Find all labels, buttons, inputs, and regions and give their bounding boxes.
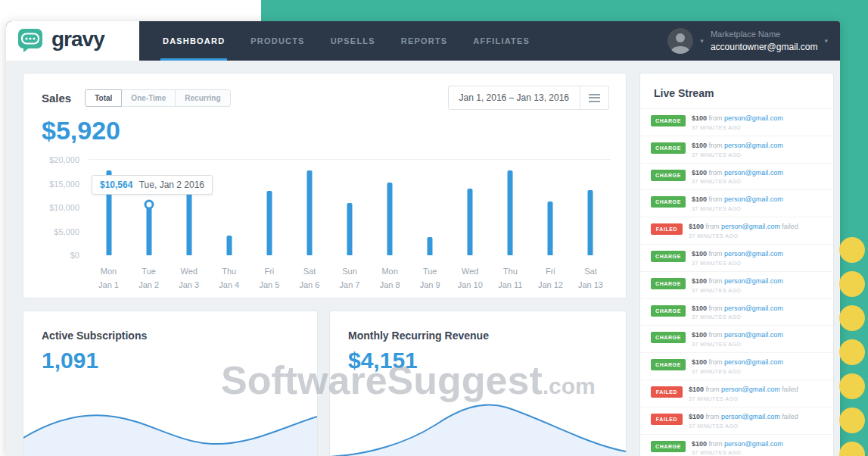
bar-column[interactable] bbox=[530, 160, 571, 255]
timestamp: 37 MINUTES AGO bbox=[689, 423, 798, 429]
bar-column[interactable] bbox=[169, 160, 209, 255]
status-badge: CHARGE bbox=[651, 359, 686, 370]
live-stream-item-body: $100 from person@gmail.com37 MINUTES AGO bbox=[692, 114, 783, 130]
connector-text: from bbox=[707, 358, 724, 366]
bar-column[interactable] bbox=[571, 160, 611, 255]
nav-products[interactable]: PRODUCTS bbox=[238, 21, 317, 61]
chart-menu-button[interactable] bbox=[580, 86, 609, 110]
gravy-logo-icon bbox=[18, 29, 45, 53]
x-axis-label: WedJan 3 bbox=[169, 265, 209, 292]
live-stream-item[interactable]: CHARGE$100 from person@gmail.com37 MINUT… bbox=[640, 271, 833, 298]
y-axis-label: $5,000 bbox=[54, 227, 79, 236]
live-stream-item-body: $100 from person@gmail.com37 MINUTES AGO bbox=[692, 195, 783, 211]
live-stream-item[interactable]: CHARGE$100 from person@gmail.com37 MINUT… bbox=[640, 163, 833, 190]
filter-total-button[interactable]: Total bbox=[85, 89, 122, 107]
bar[interactable] bbox=[387, 183, 393, 255]
live-stream-item[interactable]: CHARGE$100 from person@gmail.com37 MINUT… bbox=[640, 189, 833, 217]
email-link[interactable]: person@gmail.com bbox=[721, 386, 780, 393]
live-stream-item[interactable]: FAILED$100 from person@gmail.com failed3… bbox=[640, 217, 833, 244]
bar-column[interactable] bbox=[370, 160, 410, 255]
bar[interactable] bbox=[588, 190, 593, 255]
status-badge: CHARGE bbox=[651, 305, 686, 317]
bar[interactable] bbox=[548, 201, 553, 255]
live-stream-item[interactable]: FAILED$100 from person@gmail.com failed3… bbox=[640, 379, 833, 407]
timestamp: 37 MINUTES AGO bbox=[692, 152, 783, 158]
email-link[interactable]: person@gmail.com bbox=[721, 413, 780, 420]
bar-column[interactable] bbox=[249, 160, 289, 255]
email-link[interactable]: person@gmail.com bbox=[724, 358, 783, 366]
status-badge: CHARGE bbox=[651, 332, 686, 343]
amount: $100 bbox=[692, 358, 707, 366]
connector-text: from bbox=[707, 142, 724, 149]
bar[interactable] bbox=[266, 191, 272, 255]
live-stream-item[interactable]: CHARGE$100 from person@gmail.com37 MINUT… bbox=[640, 352, 833, 379]
dot bbox=[839, 237, 865, 263]
connector-text: from bbox=[707, 440, 724, 448]
subscriptions-area-chart bbox=[23, 406, 317, 456]
x-axis-label: MonJan 8 bbox=[370, 265, 410, 292]
menu-icon bbox=[589, 92, 600, 104]
live-stream-item[interactable]: FAILED$100 from person@gmail.com failed3… bbox=[640, 407, 833, 434]
email-link[interactable]: person@gmail.com bbox=[724, 277, 783, 285]
bar-column[interactable] bbox=[410, 160, 450, 255]
mrr-title: Monthly Recurring Revenue bbox=[330, 311, 626, 342]
sales-chart-bars bbox=[89, 160, 611, 255]
nav-upsells[interactable]: UPSELLS bbox=[318, 21, 388, 61]
bar-column[interactable] bbox=[490, 160, 530, 255]
email-link[interactable]: person@gmail.com bbox=[724, 331, 783, 339]
chevron-down-icon: ▾ bbox=[700, 37, 704, 45]
filter-onetime-button[interactable]: One-Time bbox=[121, 89, 176, 107]
status-badge: FAILED bbox=[651, 386, 683, 398]
subscriptions-value: 1,091 bbox=[23, 342, 317, 373]
email-link[interactable]: person@gmail.com bbox=[721, 223, 780, 230]
live-stream-card: Live Stream CHARGE$100 from person@gmail… bbox=[639, 73, 834, 456]
filter-recurring-button[interactable]: Recurring bbox=[175, 89, 230, 107]
bar[interactable] bbox=[468, 189, 473, 255]
bar[interactable] bbox=[347, 203, 353, 255]
bar-column[interactable] bbox=[209, 160, 249, 255]
bar[interactable] bbox=[226, 236, 232, 255]
live-stream-item[interactable]: CHARGE$100 from person@gmail.com37 MINUT… bbox=[640, 325, 833, 352]
amount: $100 bbox=[689, 413, 704, 420]
amount: $100 bbox=[692, 277, 707, 285]
nav-reports[interactable]: REPORTS bbox=[388, 21, 461, 61]
x-axis-label: SatJan 6 bbox=[289, 265, 329, 292]
email-link[interactable]: person@gmail.com bbox=[724, 440, 783, 448]
date-range-display[interactable]: Jan 1, 2016 – Jan 13, 2016 bbox=[448, 86, 580, 110]
timestamp: 37 MINUTES AGO bbox=[689, 396, 798, 401]
nav-dashboard[interactable]: DASHBOARD bbox=[150, 21, 238, 61]
status-badge: FAILED bbox=[651, 223, 683, 235]
bar[interactable] bbox=[306, 170, 312, 255]
email-link[interactable]: person@gmail.com bbox=[724, 305, 783, 312]
amount: $100 bbox=[692, 142, 707, 149]
email-link[interactable]: person@gmail.com bbox=[724, 142, 783, 149]
bar-column[interactable] bbox=[289, 160, 329, 255]
nav-affiliates[interactable]: AFFILIATES bbox=[460, 21, 543, 61]
email-link[interactable]: person@gmail.com bbox=[724, 250, 783, 258]
live-stream-item-body: $100 from person@gmail.com37 MINUTES AGO bbox=[692, 169, 783, 185]
bar[interactable] bbox=[508, 170, 513, 255]
live-stream-item[interactable]: CHARGE$100 from person@gmail.com37 MINUT… bbox=[640, 108, 833, 136]
live-stream-item[interactable]: CHARGE$100 from person@gmail.com37 MINUT… bbox=[640, 244, 833, 271]
email-link[interactable]: person@gmail.com bbox=[724, 195, 783, 203]
dots-decoration bbox=[839, 237, 865, 456]
bar-column[interactable] bbox=[329, 160, 369, 255]
live-stream-item[interactable]: CHARGE$100 from person@gmail.com37 MINUT… bbox=[640, 136, 833, 163]
email-link[interactable]: person@gmail.com bbox=[724, 169, 783, 176]
account-menu[interactable]: ▾ Marketplace Name accountowner@gmail.co… bbox=[667, 21, 840, 61]
connector-text: from bbox=[707, 250, 724, 258]
live-stream-item[interactable]: CHARGE$100 from person@gmail.com37 MINUT… bbox=[640, 298, 833, 326]
bar-column[interactable] bbox=[89, 160, 129, 255]
live-stream-item[interactable]: CHARGE$100 from person@gmail.com37 MINUT… bbox=[640, 434, 833, 456]
bar[interactable] bbox=[146, 205, 151, 255]
logo[interactable]: gravy bbox=[6, 21, 139, 61]
dashboard-content: Sales Total One-Time Recurring Jan 1, 20… bbox=[6, 61, 840, 456]
app-window: gravy DASHBOARD PRODUCTS UPSELLS REPORTS… bbox=[6, 21, 840, 456]
amount: $100 bbox=[692, 114, 707, 122]
email-link[interactable]: person@gmail.com bbox=[724, 114, 783, 122]
avatar[interactable] bbox=[667, 28, 693, 54]
bar-column[interactable] bbox=[450, 160, 490, 255]
bar[interactable] bbox=[428, 237, 433, 255]
live-stream-title: Live Stream bbox=[640, 73, 833, 108]
bar-column[interactable] bbox=[129, 160, 169, 255]
